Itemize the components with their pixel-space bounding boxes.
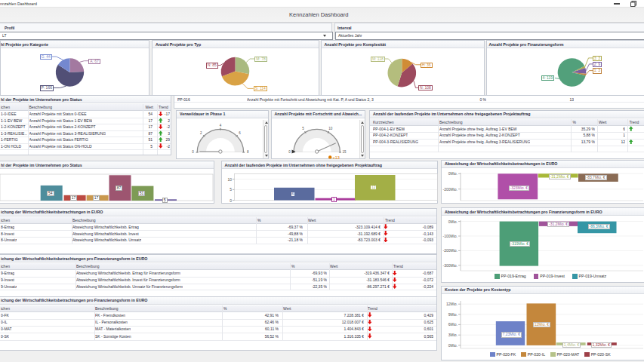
svg-text:0: 0 [230,198,232,203]
svg-text:-200Mio.: -200Mio. [443,186,458,191]
svg-text:5: 5 [230,187,232,192]
svg-text:6: 6 [239,131,241,135]
svg-text:5: 5 [302,127,304,130]
svg-text:10: 10 [328,127,333,130]
svg-text:8: 8 [247,149,249,153]
svg-text:10: 10 [227,177,232,182]
svg-text:0: 0 [192,149,194,153]
svg-text:-300Mio.: -300Mio. [443,263,458,268]
svg-text:0Mio.: 0Mio. [448,171,458,176]
svg-text:0: 0 [288,149,291,153]
svg-text:-200Mio.: -200Mio. [443,248,458,253]
svg-text:12Mio.: 12Mio. [446,302,458,306]
svg-text:0Mio.: 0Mio. [448,342,458,347]
svg-text:+13: +13 [332,155,339,159]
svg-text:-100Mio.: -100Mio. [443,234,458,238]
svg-text:3Mio.: 3Mio. [448,333,458,337]
svg-text:6Mio.: 6Mio. [448,322,458,327]
svg-text:15: 15 [342,149,347,153]
svg-text:2: 2 [200,131,202,135]
svg-text:4: 4 [220,123,222,127]
svg-text:9Mio.: 9Mio. [448,311,458,316]
svg-text:0Mio.: 0Mio. [448,219,458,224]
